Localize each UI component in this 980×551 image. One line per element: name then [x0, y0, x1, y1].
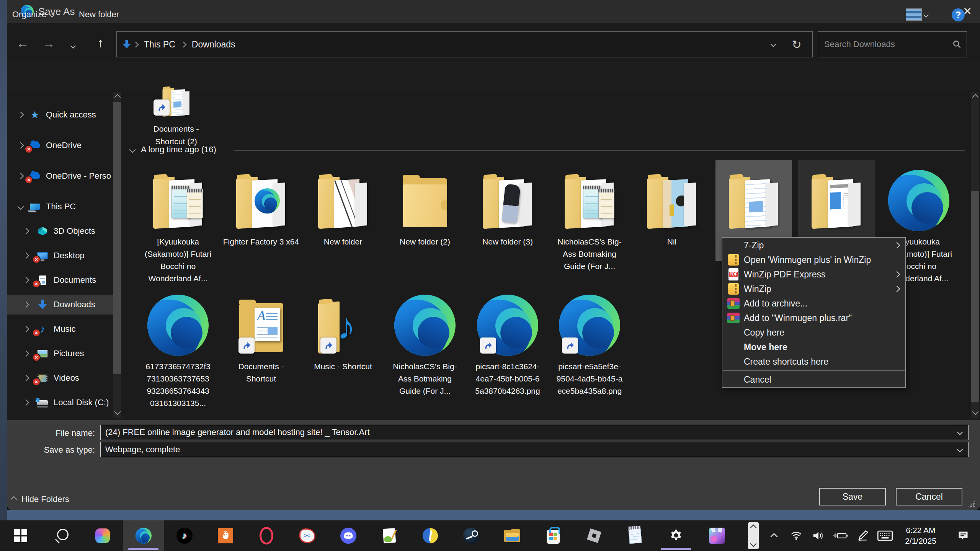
taskbar-app-steam[interactable] [451, 520, 492, 551]
menu-item-open-winmugen-plus-in-winzip[interactable]: Open 'Winmugen plus' in WinZip [722, 253, 905, 267]
taskbar-clock[interactable]: 6:22 AM2/1/2025 [900, 525, 942, 546]
chevron-right-icon[interactable] [18, 112, 24, 118]
taskbar-app-opera-gx[interactable] [246, 520, 287, 551]
notifications-icon[interactable] [956, 528, 971, 543]
menu-item-create-shortcuts-here[interactable]: Create shortcuts here [722, 354, 905, 369]
new-folder-button[interactable]: New folder [79, 0, 119, 29]
file-item-nicholascs-s-big-ass-bot[interactable]: NicholasCS's Big-Ass Botmaking Guide (Fo… [387, 285, 463, 397]
breadcrumb-downloads[interactable]: Downloads [192, 39, 235, 50]
menu-item-winzip-pdf-express[interactable]: WinZip PDF Express [722, 267, 905, 282]
taskbar-app-notepad[interactable] [614, 520, 655, 551]
chevron-right-icon[interactable] [23, 253, 29, 259]
taskbar-overflow-scrollbar[interactable] [748, 522, 759, 549]
search-input[interactable] [818, 39, 952, 49]
taskbar-app-copilot[interactable] [82, 520, 123, 551]
tray-touch-keyboard-icon[interactable] [877, 528, 893, 543]
refresh-button[interactable]: ↻ [781, 31, 813, 57]
chevron-down-icon[interactable] [18, 204, 24, 210]
taskbar-app-discord[interactable] [328, 520, 369, 551]
menu-item-winzip[interactable]: WinZip [722, 282, 905, 296]
file-name-input[interactable] [100, 425, 969, 440]
chevron-right-icon[interactable] [23, 375, 29, 381]
file-item-fighter-factory-3-x64[interactable]: Fighter Factory 3 x64 [223, 160, 299, 248]
sidebar-item-desktop[interactable]: ✕Desktop [7, 246, 113, 266]
sidebar-item-3d-objects[interactable]: 3D Objects [7, 221, 113, 241]
sidebar-item-local-disk-c[interactable]: Local Disk (C:) [7, 393, 113, 412]
chevron-right-icon[interactable] [23, 228, 29, 235]
sidebar-item-this-pc[interactable]: This PC [7, 197, 113, 217]
save-button[interactable]: Save [819, 488, 886, 505]
menu-item-move-here[interactable]: Move here [722, 340, 905, 354]
file-item-picsart-e5a5ef3e-9504-4a[interactable]: picsart-e5a5ef3e-9504-4ad5-bb45-aece5ba4… [551, 285, 628, 397]
back-button[interactable]: ← [16, 37, 29, 50]
tray-battery-icon[interactable] [833, 528, 848, 543]
address-bar[interactable]: This PC Downloads [116, 31, 782, 57]
save-as-type-select[interactable]: Webpage, complete [100, 442, 969, 457]
chevron-right-icon[interactable] [23, 399, 29, 406]
menu-item-cancel[interactable]: Cancel [722, 372, 905, 387]
menu-item-7-zip[interactable]: 7-Zip [722, 238, 905, 253]
menu-item-add-to-winmugen-plus-rar[interactable]: Add to "Winmugen plus.rar" [722, 311, 905, 325]
sidebar-item-onedrive-perso[interactable]: ✕OneDrive - Perso [7, 166, 113, 186]
sidebar-scrollbar-thumb[interactable] [113, 102, 121, 374]
sidebar-item-onedrive[interactable]: ✕OneDrive [7, 135, 113, 155]
sidebar-item-videos[interactable]: ✕Videos [7, 368, 113, 388]
taskbar-app-edge[interactable] [123, 520, 164, 551]
tray-pen-icon[interactable] [855, 528, 871, 543]
edge-logo-icon [394, 295, 456, 356]
file-item-documents-shortcut[interactable]: ADocuments - Shortcut [223, 285, 299, 385]
change-view-button[interactable] [906, 8, 922, 21]
file-item-picsart-8c1c3624-4ea7-45[interactable]: picsart-8c1c3624-4ea7-45bf-b005-65a3870b… [469, 285, 546, 397]
chevron-right-icon[interactable] [23, 350, 29, 357]
file-item-nil[interactable]: Nil [634, 160, 710, 248]
chevron-right-icon[interactable] [23, 326, 29, 333]
file-item-6173736574732f3731303637[interactable]: 6173736574732f37313036373765393238653764… [140, 285, 216, 409]
taskbar-app-fighter-factory[interactable] [410, 520, 451, 551]
help-button[interactable]: ? [952, 8, 965, 21]
cancel-button[interactable]: Cancel [896, 488, 962, 505]
taskbar-app-notepad-plus-plus[interactable] [369, 520, 410, 551]
organize-menu-button[interactable]: Organize [12, 0, 54, 29]
breadcrumb-this-pc[interactable]: This PC [144, 39, 175, 50]
sidebar-item-music[interactable]: ♪✕Music [7, 319, 113, 339]
folder-plain-icon [399, 174, 451, 231]
tray-wifi-icon[interactable] [789, 528, 804, 543]
taskbar-app-start[interactable] [0, 520, 41, 551]
sidebar-item-pictures[interactable]: ✕Pictures [7, 344, 113, 364]
file-item-new-folder-2[interactable]: New folder (2) [387, 160, 463, 248]
file-item-documents-shortcut-2[interactable]: Documents - Shortcut (2) [142, 87, 211, 148]
taskbar-app-scissors-app[interactable]: ✂ [287, 520, 328, 551]
taskbar-app-avatar-app[interactable] [696, 520, 737, 551]
taskbar-app-roblox[interactable] [573, 520, 614, 551]
menu-item-add-to-archive[interactable]: Add to archive... [722, 296, 905, 311]
taskbar-app-search[interactable] [41, 520, 82, 551]
address-dropdown-icon[interactable] [771, 42, 776, 47]
file-item-nicholascs-s-big-ass-bot[interactable]: NicholasCS's Big-Ass Botmaking Guide (Fo… [551, 160, 628, 272]
search-box[interactable] [818, 31, 967, 57]
group-collapse-icon[interactable] [129, 147, 136, 153]
recent-locations-dropdown[interactable] [71, 42, 75, 49]
taskbar-app-tiktok[interactable]: ♪ [164, 520, 205, 551]
up-button[interactable]: ↑ [97, 36, 104, 49]
chevron-right-icon[interactable] [23, 277, 29, 284]
sidebar-item-quick-access[interactable]: ★Quick access [7, 105, 113, 125]
menu-item-copy-here[interactable]: Copy here [722, 325, 905, 340]
taskbar-app-touch-app[interactable] [205, 520, 246, 551]
tray-volume-icon[interactable] [811, 528, 826, 543]
chevron-right-icon[interactable] [18, 173, 24, 179]
taskbar-app-file-explorer[interactable] [492, 520, 532, 551]
sidebar-item-downloads[interactable]: Downloads [7, 295, 113, 315]
chevron-right-icon[interactable] [18, 142, 24, 149]
file-item-new-folder[interactable]: New folder [305, 160, 381, 248]
taskbar-app-settings[interactable] [655, 520, 696, 551]
taskbar-app-microsoft-store[interactable] [532, 520, 573, 551]
filelist-scrollbar-thumb[interactable] [971, 191, 979, 402]
sidebar-item-documents[interactable]: ✕Documents [7, 270, 113, 290]
file-item-new-folder-3[interactable]: New folder (3) [469, 160, 546, 248]
file-item-music-shortcut[interactable]: ♪Music - Shortcut [305, 285, 381, 373]
forward-button[interactable]: → [42, 37, 55, 50]
file-item-kyuukouka-sakamoto-f[interactable]: [Kyuukouka (Sakamoto)] Futari Bocchi no … [140, 160, 216, 285]
tray-hidden-icons-chevron[interactable] [766, 528, 782, 543]
hide-folders-button[interactable]: Hide Folders [11, 491, 69, 508]
chevron-right-icon[interactable] [23, 302, 29, 308]
